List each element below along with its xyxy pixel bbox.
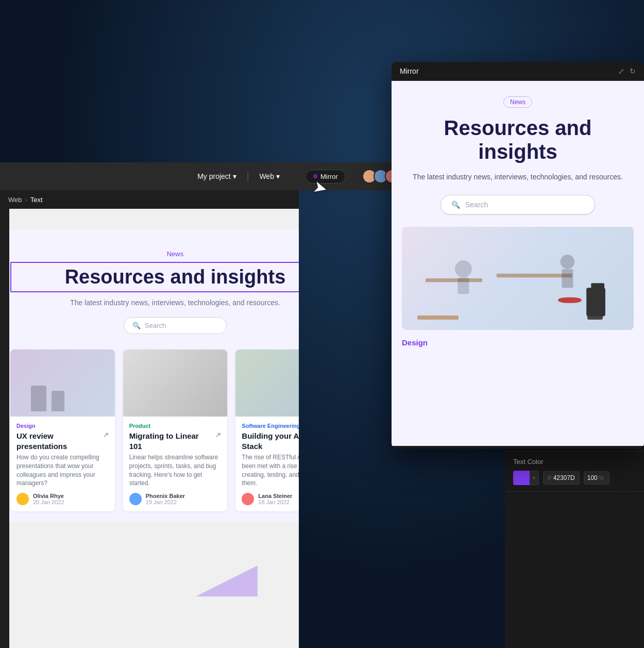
- card-1-author-info: Olivia Rhye 20 Jan 2022: [33, 493, 64, 505]
- card-2-desc: Linear helps streamline software project…: [129, 453, 222, 488]
- card-2-author-name: Phoenix Baker: [146, 493, 185, 499]
- color-swatch-wrapper: ▾: [513, 471, 539, 485]
- headline-selected-wrapper[interactable]: Resources and insights: [10, 262, 299, 292]
- mirror-search-bar[interactable]: 🔍 Search: [440, 195, 595, 214]
- card-2-title: Migrating to Linear 101 ↗: [129, 431, 222, 451]
- card-3-author-info: Lana Steiner 18 Jan 2022: [258, 493, 292, 505]
- color-swatch[interactable]: [513, 471, 530, 485]
- mirror-title: Mirror: [400, 67, 419, 75]
- project-name: My project: [197, 172, 231, 180]
- mirror-design-link[interactable]: Design: [402, 338, 634, 347]
- svg-rect-1: [497, 274, 572, 277]
- opacity-value: 100: [587, 474, 598, 481]
- nav-divider: |: [247, 171, 249, 182]
- card-2-category: Product: [129, 423, 222, 429]
- mirror-controls: ⤢ ↻: [618, 67, 636, 75]
- web-chevron: ▾: [276, 172, 280, 180]
- card-1: Design UX review presentations ↗ How do …: [10, 350, 115, 511]
- card-2-title-text: Migrating to Linear 101: [129, 431, 214, 451]
- svg-rect-8: [591, 283, 604, 289]
- card-2-avatar: [129, 493, 142, 505]
- breadcrumb-sep1: ›: [25, 196, 27, 204]
- mirror-titlebar: Mirror ⤢ ↻: [392, 62, 644, 81]
- web-label: Web: [259, 172, 274, 180]
- canvas-subtext: The latest industry news, interviews, te…: [10, 298, 299, 307]
- card-3-avatar: [242, 493, 254, 505]
- svg-rect-7: [586, 288, 605, 316]
- mirror-content: News Resources and insights The latest i…: [392, 81, 644, 446]
- ruler-left: [0, 209, 9, 648]
- card-1-desc: How do you create compelling presentatio…: [16, 453, 109, 488]
- opacity-symbol: %: [599, 475, 604, 481]
- svg-point-2: [455, 260, 472, 277]
- breadcrumb-root[interactable]: Web: [8, 196, 22, 204]
- card-3-title: Building your API Stack ↗: [242, 431, 299, 451]
- card-2-arrow-icon: ↗: [215, 431, 221, 439]
- card-1-image: [10, 350, 115, 417]
- card-3-image: [235, 350, 299, 417]
- canvas-area: News Resources and insights The latest i…: [0, 209, 299, 648]
- canvas-search-bar[interactable]: 🔍 Search: [124, 317, 227, 334]
- card-3: Software Engineering Building your API S…: [235, 350, 299, 511]
- opacity-field[interactable]: 100 %: [584, 471, 609, 485]
- svg-rect-5: [562, 269, 573, 288]
- mirror-headline-line1: Resources and: [444, 117, 592, 139]
- card-1-category: Design: [16, 423, 109, 429]
- mirror-news-label: News: [503, 96, 532, 108]
- color-swatch-chevron[interactable]: ▾: [530, 471, 539, 485]
- color-row: ▾ # 42307D 100 %: [513, 471, 636, 485]
- card-3-title-text: Building your API Stack: [242, 431, 299, 451]
- color-hex-field[interactable]: # 42307D: [543, 471, 580, 485]
- mirror-search-placeholder: Search: [465, 201, 488, 209]
- card-3-author-name: Lana Steiner: [258, 493, 292, 499]
- svg-rect-6: [558, 297, 582, 303]
- card-2-author-info: Phoenix Baker 19 Jan 2022: [146, 493, 185, 505]
- card-2: Product Migrating to Linear 101 ↗ Linear…: [123, 350, 228, 511]
- canvas-headline[interactable]: Resources and insights: [65, 266, 286, 288]
- card-3-desc: The rise of RESTful APIs has been met wi…: [242, 453, 299, 488]
- card-1-avatar: [16, 493, 29, 505]
- mirror-refresh-icon[interactable]: ↻: [630, 67, 636, 75]
- mirror-search-icon: 🔍: [451, 201, 460, 209]
- card-1-author-name: Olivia Rhye: [33, 493, 64, 499]
- svg-rect-3: [457, 277, 469, 294]
- breadcrumb: Web › Text: [0, 190, 299, 209]
- color-hex-value: 42307D: [553, 474, 575, 481]
- decorative-shape: [196, 566, 258, 596]
- canvas-search-placeholder: Search: [145, 322, 166, 329]
- search-icon: 🔍: [132, 322, 141, 329]
- canvas-news-label: News: [10, 250, 299, 258]
- card-1-title-text: UX review presentations: [16, 431, 101, 451]
- svg-rect-0: [426, 278, 482, 282]
- card-3-category: Software Engineering: [242, 423, 299, 429]
- svg-point-4: [561, 255, 575, 269]
- mirror-window: Mirror ⤢ ↻ News Resources and insights T…: [392, 62, 644, 448]
- project-selector[interactable]: My project ▾: [197, 172, 236, 180]
- mirror-subtext: The latest industry news, interviews, te…: [402, 172, 634, 182]
- card-2-date: 19 Jan 2022: [146, 499, 185, 505]
- card-2-image: [123, 350, 228, 417]
- breadcrumb-child: Text: [30, 196, 43, 204]
- mirror-headline: Resources and insights: [402, 116, 634, 163]
- project-chevron: ▾: [233, 172, 236, 180]
- card-2-author: Phoenix Baker 19 Jan 2022: [129, 493, 222, 505]
- card-3-author: Lana Steiner 18 Jan 2022: [242, 493, 299, 505]
- card-1-arrow-icon: ↗: [103, 431, 109, 439]
- mirror-office-image: [402, 227, 634, 330]
- cards-row: Design UX review presentations ↗ How do …: [10, 350, 299, 511]
- card-1-author: Olivia Rhye 20 Jan 2022: [16, 493, 109, 505]
- web-selector[interactable]: Web ▾: [259, 172, 280, 180]
- card-1-date: 20 Jan 2022: [33, 499, 64, 505]
- text-color-section: Text Color ▾ # 42307D 100 %: [505, 452, 644, 492]
- card-1-body: Design UX review presentations ↗ How do …: [10, 417, 115, 511]
- card-3-date: 18 Jan 2022: [258, 499, 292, 505]
- card-1-title: UX review presentations ↗: [16, 431, 109, 451]
- mirror-inner: News Resources and insights The latest i…: [392, 81, 644, 362]
- canvas-content: News Resources and insights The latest i…: [0, 229, 299, 522]
- card-3-body: Software Engineering Building your API S…: [235, 417, 299, 511]
- mirror-headline-line2: insights: [478, 140, 557, 163]
- hash-symbol: #: [548, 474, 551, 481]
- card-2-body: Product Migrating to Linear 101 ↗ Linear…: [123, 417, 228, 511]
- mirror-resize-icon[interactable]: ⤢: [618, 67, 624, 75]
- text-color-label: Text Color: [513, 458, 636, 466]
